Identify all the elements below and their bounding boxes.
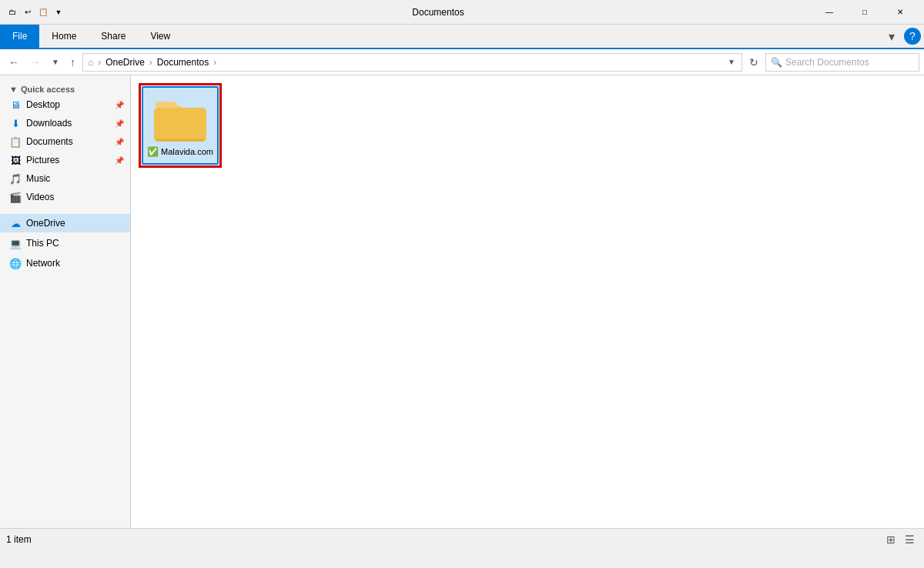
search-icon: 🔍	[771, 57, 782, 68]
documents-icon: 📋	[9, 135, 22, 148]
status-view-controls: ⊞ ☰	[883, 532, 918, 547]
folder-icon-wrap	[152, 94, 208, 143]
onedrive-icon: ☁	[9, 217, 22, 229]
sidebar-label-network: Network	[26, 258, 60, 269]
window-controls: — □ ✕	[812, 0, 918, 25]
sidebar-label-downloads: Downloads	[26, 118, 72, 129]
pin-pictures-icon: 📌	[115, 156, 124, 165]
statusbar: 1 item ⊞ ☰	[0, 528, 924, 550]
view-details-button[interactable]: ☰	[902, 532, 918, 547]
back-button[interactable]: ←	[5, 55, 23, 70]
forward-button[interactable]: →	[26, 55, 45, 70]
address-dropdown-button[interactable]: ▼	[726, 56, 737, 68]
sidebar-item-documents[interactable]: 📋 Documents 📌	[0, 132, 130, 151]
refresh-button[interactable]: ↻	[745, 55, 762, 70]
address-sep-1: ›	[98, 57, 101, 68]
network-icon: 🌐	[9, 257, 22, 269]
pictures-icon: 🖼	[9, 154, 22, 166]
addressbar: ← → ▼ ↑ ⌂ › OneDrive › Documentos › ▼ ↻ …	[0, 49, 924, 75]
qat-icon-3[interactable]: 📋	[37, 6, 49, 18]
qat-icon-2[interactable]: ↩	[22, 6, 34, 18]
sync-checkmark-icon: ✅	[147, 146, 159, 157]
address-sep-3: ›	[213, 57, 216, 68]
sidebar-item-thispc[interactable]: 💻 This PC	[0, 234, 130, 252]
sidebar-item-pictures[interactable]: 🖼 Pictures 📌	[0, 151, 130, 169]
close-button[interactable]: ✕	[882, 0, 918, 25]
address-onedrive[interactable]: OneDrive	[105, 57, 145, 68]
address-home-icon: ⌂	[88, 57, 93, 68]
sidebar-section-quickaccess: ▼ Quick access 🖥 Desktop 📌 ⬇ Downloads 📌…	[0, 79, 130, 209]
sidebar-label-desktop: Desktop	[26, 99, 60, 110]
status-item-count: 1 item	[6, 534, 32, 545]
pin-downloads-icon: 📌	[115, 119, 124, 128]
help-button[interactable]: ?	[904, 28, 921, 45]
sidebar-item-onedrive[interactable]: ☁ OneDrive	[0, 214, 130, 232]
sidebar-label-videos: Videos	[26, 192, 54, 202]
tab-share[interactable]: Share	[89, 25, 138, 48]
downloads-icon: ⬇	[9, 117, 22, 129]
tab-view[interactable]: View	[138, 25, 182, 48]
main-area: ▼ Quick access 🖥 Desktop 📌 ⬇ Downloads 📌…	[0, 75, 924, 528]
address-sep-2: ›	[149, 57, 152, 68]
sidebar-label-thispc: This PC	[26, 238, 59, 249]
qat-dropdown[interactable]: ▼	[52, 6, 65, 18]
maximize-button[interactable]: □	[847, 0, 882, 25]
sidebar: ▼ Quick access 🖥 Desktop 📌 ⬇ Downloads 📌…	[0, 75, 131, 528]
desktop-icon: 🖥	[9, 99, 22, 111]
ribbon: File Home Share View ▾ ?	[0, 25, 924, 49]
file-grid: ✅ Malavida.com	[139, 83, 916, 168]
up-button[interactable]: ↑	[66, 55, 79, 70]
sidebar-quickaccess-header[interactable]: ▼ Quick access	[0, 82, 130, 95]
minimize-button[interactable]: —	[812, 0, 847, 25]
sidebar-label-documents: Documents	[26, 136, 73, 147]
qat-icon-1[interactable]: 🗀	[6, 6, 18, 18]
sidebar-item-desktop[interactable]: 🖥 Desktop 📌	[0, 95, 130, 114]
sidebar-item-music[interactable]: 🎵 Music	[0, 169, 130, 188]
titlebar: 🗀 ↩ 📋 ▼ Documentos — □ ✕	[0, 0, 924, 25]
search-box[interactable]: 🔍 Search Documentos	[765, 53, 919, 72]
sidebar-label-pictures: Pictures	[26, 155, 59, 165]
file-label: Malavida.com	[161, 147, 213, 156]
file-name-malavida: ✅ Malavida.com	[147, 146, 213, 157]
ribbon-expand-button[interactable]: ▾	[882, 25, 901, 48]
address-box[interactable]: ⌂ › OneDrive › Documentos › ▼	[82, 53, 742, 72]
view-large-icons-button[interactable]: ⊞	[883, 532, 899, 547]
thispc-icon: 💻	[9, 237, 22, 249]
sidebar-label-onedrive: OneDrive	[26, 218, 65, 229]
sidebar-label-music: Music	[26, 173, 50, 184]
title-quick-access-icons: 🗀 ↩ 📋 ▼	[6, 6, 65, 18]
music-icon: 🎵	[9, 172, 22, 185]
pin-desktop-icon: 📌	[115, 101, 124, 109]
sidebar-item-videos[interactable]: 🎬 Videos	[0, 188, 130, 206]
tab-home[interactable]: Home	[39, 25, 89, 48]
recent-locations-button[interactable]: ▼	[48, 56, 63, 68]
file-item-malavida[interactable]: ✅ Malavida.com	[142, 86, 219, 165]
content-area: ✅ Malavida.com	[131, 75, 924, 528]
quickaccess-expand-icon: ▼	[9, 85, 18, 94]
sidebar-quickaccess-label: Quick access	[21, 85, 75, 94]
sidebar-item-downloads[interactable]: ⬇ Downloads 📌	[0, 114, 130, 132]
search-placeholder: Search Documentos	[785, 57, 869, 68]
sidebar-item-network[interactable]: 🌐 Network	[0, 254, 130, 272]
address-documentos[interactable]: Documentos	[157, 57, 209, 68]
folder-svg-icon	[152, 94, 208, 143]
pin-documents-icon: 📌	[115, 138, 124, 146]
tab-file[interactable]: File	[0, 25, 39, 48]
videos-icon: 🎬	[9, 191, 22, 203]
window-title: Documentos	[65, 7, 812, 18]
